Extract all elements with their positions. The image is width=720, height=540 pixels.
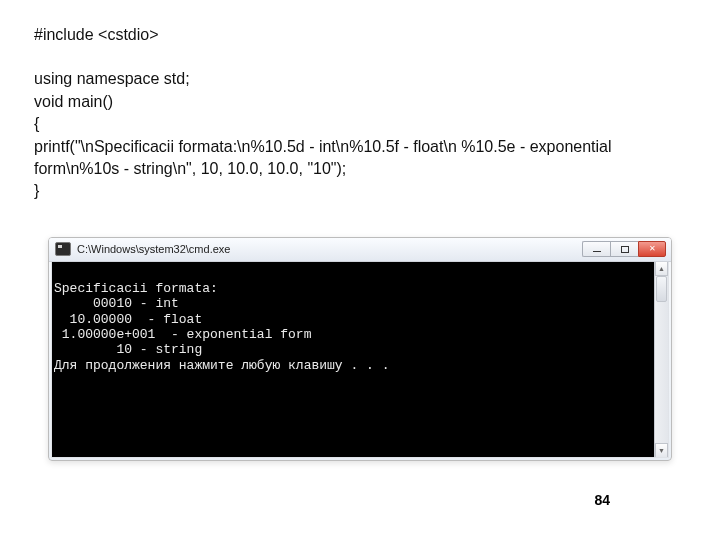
minimize-button[interactable]: [582, 241, 610, 257]
scroll-down-button[interactable]: ▼: [655, 443, 668, 457]
term-line: 1.00000e+001 - exponential form: [54, 327, 311, 342]
term-line: 10.00000 - float: [54, 312, 202, 327]
terminal-client: Specificacii formata: 00010 - int 10.000…: [51, 262, 669, 458]
code-line: #include <cstdio>: [34, 24, 686, 46]
term-line: Specificacii formata:: [54, 281, 218, 296]
scroll-thumb[interactable]: [656, 276, 667, 302]
cmd-icon: [55, 242, 71, 256]
maximize-button[interactable]: [610, 241, 638, 257]
titlebar[interactable]: C:\Windows\system32\cmd.exe ✕: [49, 238, 671, 262]
terminal-output: Specificacii formata: 00010 - int 10.000…: [52, 266, 668, 373]
code-line: }: [34, 180, 686, 202]
window-title: C:\Windows\system32\cmd.exe: [77, 243, 582, 255]
scroll-up-button[interactable]: ▲: [655, 262, 668, 276]
page-number: 84: [594, 492, 610, 508]
term-line: 10 - string: [54, 342, 202, 357]
vertical-scrollbar[interactable]: ▲ ▼: [654, 262, 668, 457]
code-line: using namespace std;: [34, 68, 686, 90]
term-line: Для продолжения нажмите любую клавишу . …: [54, 358, 389, 373]
cmd-window: C:\Windows\system32\cmd.exe ✕ Specificac…: [48, 237, 672, 461]
term-line: 00010 - int: [54, 296, 179, 311]
source-code: #include <cstdio> using namespace std; v…: [34, 24, 686, 203]
window-controls: ✕: [582, 241, 666, 257]
code-line: printf("\nSpecificacii formata:\n%10.5d …: [34, 136, 686, 181]
page-content: #include <cstdio> using namespace std; v…: [0, 0, 720, 461]
console-screenshot: C:\Windows\system32\cmd.exe ✕ Specificac…: [48, 237, 672, 461]
code-line: void main(): [34, 91, 686, 113]
code-line: {: [34, 113, 686, 135]
close-button[interactable]: ✕: [638, 241, 666, 257]
